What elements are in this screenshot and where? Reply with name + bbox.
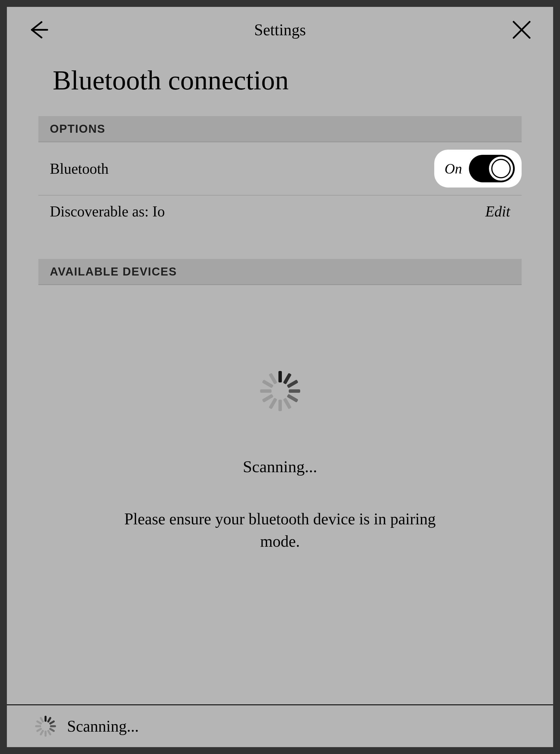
footer-spinner-icon — [36, 716, 56, 736]
header-title: Settings — [254, 21, 306, 39]
page-title: Bluetooth connection — [7, 50, 553, 116]
section-header-options: OPTIONS — [38, 116, 522, 142]
scanning-area: Scanning... Please ensure your bluetooth… — [38, 371, 522, 704]
scanning-message: Please ensure your bluetooth device is i… — [108, 508, 452, 553]
bluetooth-toggle[interactable]: On — [434, 150, 522, 188]
back-button[interactable] — [27, 18, 50, 41]
settings-screen: Settings Bluetooth connection OPTIONS Bl… — [7, 7, 553, 747]
toggle-state-label: On — [444, 160, 462, 177]
back-arrow-icon — [27, 19, 49, 41]
section-header-available-devices: AVAILABLE DEVICES — [38, 259, 522, 285]
bluetooth-toggle-row: Bluetooth On — [38, 142, 522, 195]
footer-bar: Scanning... — [7, 704, 553, 747]
footer-status: Scanning... — [67, 717, 139, 735]
discoverable-row: Discoverable as: Io Edit — [38, 195, 522, 227]
spinner-icon — [260, 371, 300, 411]
bluetooth-label: Bluetooth — [50, 160, 108, 177]
header-bar: Settings — [7, 7, 553, 50]
edit-discoverable-button[interactable]: Edit — [485, 203, 510, 220]
discoverable-label: Discoverable as: Io — [50, 203, 165, 220]
content-area: OPTIONS Bluetooth On Discoverable as: Io… — [7, 116, 553, 704]
close-button[interactable] — [510, 18, 533, 41]
toggle-switch-icon — [469, 155, 515, 182]
scanning-title: Scanning... — [243, 457, 317, 476]
close-icon — [511, 19, 532, 40]
